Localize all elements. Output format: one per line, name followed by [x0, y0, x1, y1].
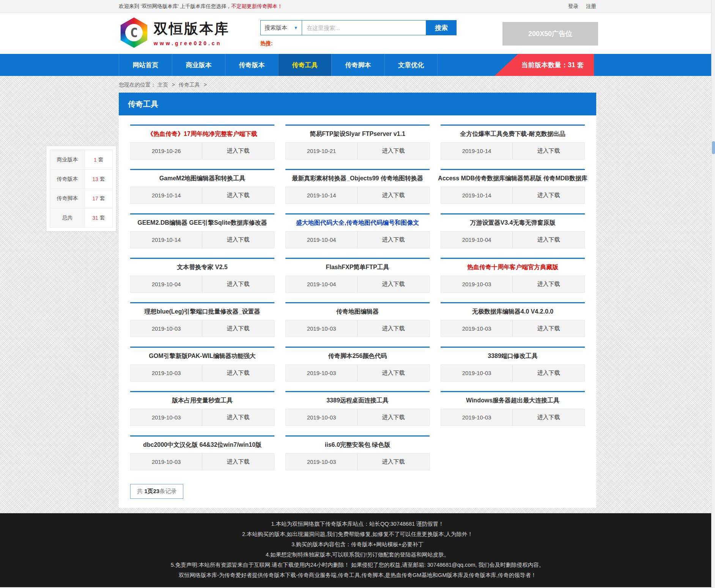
download-card-info: 2019-10-14 进入下载 [285, 187, 430, 204]
download-card-info: 2019-10-03 进入下载 [130, 320, 274, 337]
download-card-link[interactable]: 进入下载 [513, 409, 584, 426]
download-card-title[interactable]: 3389远程桌面连接工具 [285, 392, 430, 409]
nav-item[interactable]: 商业版本 [172, 54, 225, 76]
download-card-title[interactable]: 简易FTP架设Slyar FTPserver v1.1 [285, 126, 430, 142]
download-card-date: 2019-10-26 [131, 143, 202, 159]
download-card-title[interactable]: Access MDB传奇数据库编辑器简易版 传奇MDB数据库 [441, 170, 585, 187]
download-card-link[interactable]: 进入下载 [358, 320, 429, 337]
nav-item[interactable]: 传奇工具 [278, 54, 331, 76]
nav-item[interactable]: 网站首页 [119, 54, 172, 76]
breadcrumb-current-link[interactable]: 传奇工具 [179, 82, 200, 88]
download-card-link[interactable]: 进入下载 [513, 143, 584, 159]
breadcrumb-label: 您现在的位置： [119, 82, 156, 88]
download-card-link[interactable]: 进入下载 [513, 232, 584, 248]
download-card-link[interactable]: 进入下载 [358, 143, 429, 159]
sidebar-stat-label: 传奇脚本 [50, 189, 85, 208]
sidebar-stat-row[interactable]: 商业版本 1 套 [50, 150, 112, 169]
download-card-link[interactable]: 进入下载 [513, 320, 584, 337]
download-card-title[interactable]: 3389端口修改工具 [441, 348, 585, 364]
login-link[interactable]: 登录 [568, 3, 578, 10]
download-card-title[interactable]: 《热血传奇》17周年纯净完整客户端下载 [130, 126, 274, 142]
sidebar-stat-value: 13 套 [85, 170, 112, 189]
download-card-title[interactable]: 无极数据库编辑器4.0 V4.2.0.0 [441, 303, 585, 320]
download-card: 文本替换专家 V2.5 2019-10-04 进入下载 [130, 258, 274, 293]
download-card-link[interactable]: 进入下载 [358, 276, 429, 292]
download-card-title[interactable]: 全方位爆率工具免费下载-耐克数据出品 [441, 126, 585, 142]
download-card-date: 2019-10-14 [441, 143, 513, 159]
register-link[interactable]: 注册 [586, 3, 596, 10]
download-card-link[interactable]: 进入下载 [358, 409, 429, 426]
sidebar-stat-number: 31 [92, 215, 98, 221]
download-card: 简易FTP架设Slyar FTPserver v1.1 2019-10-21 进… [285, 125, 430, 159]
site-url: www.gree020.cn [154, 40, 230, 46]
download-card-link[interactable]: 进入下载 [358, 232, 429, 248]
page-title: 传奇工具 [119, 93, 596, 115]
download-card-date: 2019-10-03 [441, 409, 513, 426]
download-card-link[interactable]: 进入下载 [202, 187, 274, 203]
sidebar-stat-row[interactable]: 总共 31 套 [50, 208, 112, 227]
download-card-title[interactable]: 万游设置器V3.4无毒无弹窗原版 [441, 214, 585, 231]
footer-line: 5.免责声明:本站所有资源皆来自于互联网.请在下载使用内24小时内删除！ 如果侵… [0, 560, 715, 570]
download-card-title[interactable]: 传奇地图编辑器 [285, 303, 430, 320]
download-card-info: 2019-10-14 进入下载 [441, 142, 585, 159]
download-card-title[interactable]: 盛大地图代码大全,传奇地图代码编号和图像文 [285, 214, 430, 231]
download-card-date: 2019-10-14 [131, 232, 202, 248]
download-card-title[interactable]: GOM引擎新版PAK-WIL编辑器功能强大 [130, 348, 274, 364]
download-card: 无极数据库编辑器4.0 V4.2.0.0 2019-10-03 进入下载 [441, 302, 585, 337]
download-card-info: 2019-10-14 进入下载 [130, 187, 274, 204]
sidebar-stat-row[interactable]: 传奇版本 13 套 [50, 169, 112, 189]
search-category-select[interactable]: 搜索版本 ▼ [260, 20, 302, 35]
nav-item[interactable]: 文章优化 [384, 54, 438, 76]
download-card-date: 2019-10-03 [286, 365, 358, 381]
download-card-title[interactable]: iis6.0完整安装包 绿色版 [285, 437, 430, 453]
nav-item[interactable]: 传奇版本 [225, 54, 278, 76]
logo-hexagon-icon: C [119, 17, 149, 48]
download-card-link[interactable]: 进入下载 [358, 365, 429, 381]
download-card-link[interactable]: 进入下载 [358, 187, 429, 203]
download-card-date: 2019-10-03 [441, 276, 513, 292]
download-card-link[interactable]: 进入下载 [513, 187, 584, 203]
sidebar-stat-number: 1 [94, 157, 97, 163]
sidebar-stat-unit: 套 [98, 156, 104, 163]
download-card-link[interactable]: 进入下载 [202, 454, 274, 470]
download-card-title[interactable]: FlashFXP简单FTP工具 [285, 259, 430, 276]
download-card-title[interactable]: 文本替换专家 V2.5 [130, 259, 274, 276]
search-input[interactable] [302, 20, 426, 35]
sidebar-stat-label: 总共 [50, 208, 85, 227]
search-button[interactable]: 搜索 [426, 20, 457, 35]
download-card-title[interactable]: dbc2000中文汉化版 64&32位win7/win10版 [130, 437, 274, 453]
download-card-info: 2019-10-21 进入下载 [285, 142, 430, 159]
download-card-title[interactable]: 最新真彩素材转换器_Objects99 传奇地图转换器 [285, 170, 430, 187]
vertical-scrollbar[interactable] [711, 0, 715, 588]
download-card-title[interactable]: GEEM2.DB编辑器 GEE引擎Sqlite数据库修改器 [130, 214, 274, 231]
download-card-title[interactable]: 理想blue(Leg)引擎端口批量修改器_设置器 [130, 303, 274, 320]
category-stats-sidebar: 商业版本 1 套 传奇版本 13 套 传奇脚本 [46, 146, 117, 232]
sidebar-stat-row[interactable]: 传奇脚本 17 套 [50, 189, 112, 208]
site-logo[interactable]: C 双恒版本库 www.gree020.cn [119, 17, 230, 48]
download-card-info: 2019-10-03 进入下载 [130, 364, 274, 381]
footer-line: 2.本站购买的版本,如出现漏洞问题,我们免费帮助修复,如修复不了可以任意更换版本… [0, 529, 715, 539]
download-card-title[interactable]: 传奇脚本256颜色代码 [285, 348, 430, 364]
download-card-date: 2019-10-03 [286, 409, 358, 426]
download-card-link[interactable]: 进入下载 [202, 276, 274, 292]
download-card-link[interactable]: 进入下载 [513, 365, 584, 381]
download-card-link[interactable]: 进入下载 [202, 409, 274, 426]
scrollbar-thumb[interactable] [712, 141, 715, 154]
download-card-title[interactable]: 版本占用变量秒查工具 [130, 392, 274, 409]
download-card-date: 2019-10-04 [286, 232, 358, 248]
download-card-title[interactable]: Windows服务器超出最大连接工具 [441, 392, 585, 409]
download-card-link[interactable]: 进入下载 [513, 276, 584, 292]
download-card-link[interactable]: 进入下载 [202, 365, 274, 381]
breadcrumb-home-link[interactable]: 主页 [157, 82, 168, 88]
download-card-title[interactable]: 热血传奇十周年客户端官方典藏版 [441, 259, 585, 276]
chevron-down-icon: ▼ [294, 25, 298, 30]
download-card-link[interactable]: 进入下载 [202, 320, 274, 337]
download-card-title[interactable]: GameM2地图编辑器和转换工具 [130, 170, 274, 187]
download-card-link[interactable]: 进入下载 [202, 232, 274, 248]
download-card-date: 2019-10-03 [131, 454, 202, 470]
download-card-info: 2019-10-03 进入下载 [130, 453, 274, 470]
nav-item[interactable]: 传奇脚本 [331, 54, 384, 76]
page-background: 您现在的位置： 主页 > 传奇工具 > 商业版本 1 套 传奇版本 [0, 76, 715, 513]
download-card-link[interactable]: 进入下载 [358, 454, 429, 470]
download-card-link[interactable]: 进入下载 [202, 143, 274, 159]
